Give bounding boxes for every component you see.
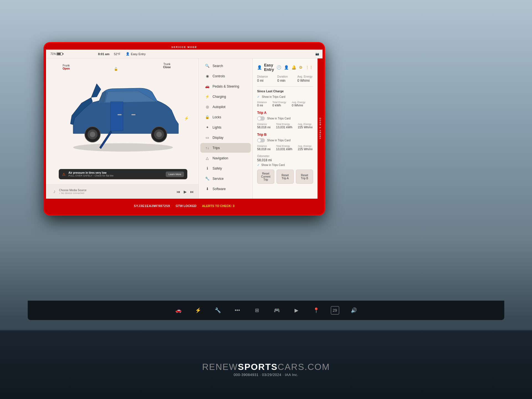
slc-distance: Distance 0 mi: [257, 101, 267, 107]
sidebar-item-controls[interactable]: ◉ Controls: [200, 71, 251, 81]
taskbar-service-icon[interactable]: 🔧: [213, 305, 223, 315]
slc-stats: Distance 0 mi Total Energy 0 kWh Avg. En…: [257, 101, 313, 107]
panel-title: 👤 Easy Entry: [257, 63, 277, 72]
prev-track-button[interactable]: ⏮: [177, 190, 180, 194]
sidebar-item-lights[interactable]: ✦ Lights: [200, 122, 251, 132]
svg-point-3: [90, 132, 95, 137]
trips-icon: ↑↓: [205, 146, 210, 150]
trip-a-section: Trip A Show in Trips Card Distance 58,01…: [257, 111, 313, 129]
gtw-locked-label: GTW LOCKED: [176, 204, 196, 208]
trunk-label: Trunk Close: [163, 63, 171, 69]
current-stats-row: Distance 0 mi Duration 0 min Avg. Energy…: [257, 75, 313, 83]
trip-b-section: Trip B Show in Trips Card Distance 58,01…: [257, 133, 313, 151]
charging-icon: ⚡: [205, 94, 210, 99]
frunk-label: Frunk Open: [63, 64, 70, 70]
car-area: Frunk Open Trunk Close 🔓: [46, 58, 198, 184]
nav-menu-panel: 🔍 Search ◉ Controls 🚗 Pedals & Steering …: [198, 58, 252, 199]
svg-point-0: [73, 143, 173, 152]
sidebar-item-navigation[interactable]: △ Navigation: [200, 153, 251, 163]
alerts-label: ALERTS TO CHECK: 3: [202, 204, 234, 208]
sidebar-item-safety[interactable]: ℹ Safety: [200, 163, 251, 173]
person-header-icon[interactable]: 👤: [284, 65, 289, 70]
toggle-trip-a[interactable]: [257, 116, 265, 121]
lights-icon: ✦: [205, 125, 210, 129]
clock-icon[interactable]: 🕐: [277, 65, 281, 70]
checkmark-slc: ✓: [257, 95, 260, 99]
show-in-trips-toggle-a[interactable]: Show in Trips Card: [257, 116, 313, 121]
person-icon: 👤: [257, 65, 262, 70]
show-in-trips-toggle-slc[interactable]: ✓ Show in Trips Card: [257, 95, 313, 99]
taskbar-car-icon[interactable]: 🚗: [173, 305, 183, 315]
navigation-icon: △: [205, 156, 210, 160]
sidebar-item-software[interactable]: ⬇ Software: [200, 184, 251, 194]
taskbar-games-icon[interactable]: 🎮: [272, 305, 282, 315]
vin-number: 5YJ3E1EA2MF987259: [134, 204, 170, 208]
svg-rect-8: [117, 114, 122, 115]
learn-more-button[interactable]: Learn More: [166, 172, 184, 177]
media-controls[interactable]: ⏮ ▶ ⏭: [177, 190, 194, 194]
odometer-checkmark: ✓: [257, 163, 260, 167]
software-icon: ⬇: [205, 187, 210, 191]
safety-icon: ℹ: [205, 166, 210, 170]
taskbar-charging-icon[interactable]: ⚡: [193, 305, 203, 315]
show-in-trips-toggle-b[interactable]: Show in Trips Card: [257, 138, 313, 142]
trip-b-stats: Distance 58,018 mi Total Energy 13,031 k…: [257, 145, 313, 151]
play-pause-button[interactable]: ▶: [184, 190, 187, 194]
header-action-icons: 🕐 👤 🔔 ⚙ ⋮⋮: [277, 65, 313, 70]
easy-entry-status: 👤 Easy Entry: [126, 52, 145, 56]
sidebar-item-autopilot[interactable]: ◎ Autopilot: [200, 102, 251, 112]
warning-banner: ⚠ Air pressure in tires very low PULL OV…: [59, 169, 187, 179]
sidebar-item-service[interactable]: 🔧 Service: [200, 174, 251, 183]
tablet-screen: SERVICE MODE 71% 8:01 am 52°F 👤 Easy Ent…: [44, 43, 324, 215]
battery-indicator: 71%: [50, 52, 63, 55]
trip-b-distance: Distance 58,018 mi: [257, 145, 270, 151]
warning-text: Air pressure in tires very low PULL OVER…: [68, 171, 163, 177]
panel-header: 👤 Easy Entry 🕐 👤 🔔 ⚙ ⋮⋮: [257, 63, 313, 72]
bell-icon[interactable]: 🔔: [291, 65, 296, 70]
reset-buttons-row[interactable]: ResetCurrent Trip ResetTrip A ResetTrip …: [257, 170, 313, 184]
search-icon: 🔍: [205, 64, 210, 68]
lock-status-icon: 🔓: [114, 66, 118, 71]
warning-icon: ⚠: [62, 172, 66, 177]
taskbar-grid-icon[interactable]: ⊞: [252, 305, 262, 315]
duration-stat: Duration 0 min: [277, 75, 293, 83]
taskbar-calendar-icon[interactable]: 29: [331, 306, 339, 314]
avg-energy-stat: Avg. Energy 0 Wh/mi: [297, 75, 313, 83]
watermark: RENEWSPORTSCARS.COM 000-39084931 · 03/29…: [202, 362, 330, 377]
reset-trip-a-button[interactable]: ResetTrip A: [277, 170, 294, 184]
trip-b-avg-energy: Avg. Energy 225 Wh/mi: [298, 145, 313, 151]
car-visualization-panel: Frunk Open Trunk Close 🔓: [46, 58, 198, 199]
taskbar-volume-icon[interactable]: 🔊: [349, 305, 359, 315]
taskbar-more-icon[interactable]: •••: [232, 305, 242, 315]
trip-b-total-energy: Total Energy 13,031 kWh: [276, 145, 292, 151]
taskbar-maps-icon[interactable]: 📍: [311, 305, 321, 315]
trip-a-distance: Distance 58,018 mi: [257, 123, 270, 129]
sidebar-item-search[interactable]: 🔍 Search: [200, 61, 251, 71]
reset-current-trip-button[interactable]: ResetCurrent Trip: [257, 170, 274, 184]
lock-icon: 🔒: [205, 115, 210, 119]
sidebar-item-locks[interactable]: 🔒 Locks: [200, 112, 251, 122]
sidebar-item-charging[interactable]: ⚡ Charging: [200, 92, 251, 101]
sidebar-item-pedals[interactable]: 🚗 Pedals & Steering: [200, 81, 251, 91]
trip-a-total-energy: Total Energy 13,031 kWh: [276, 123, 292, 129]
svg-point-6: [156, 132, 162, 137]
taskbar-media-icon[interactable]: ▶: [291, 305, 301, 315]
slc-total-energy: Total Energy 0 kWh: [272, 101, 286, 107]
status-bar: 71% 8:01 am 52°F 👤 Easy Entry 📷: [46, 50, 323, 58]
media-bar: ♪ Choose Media Source ♪ No device connec…: [46, 184, 198, 199]
odometer-section: Odometer 58,018 mi ✓ Show in Trips Card: [257, 155, 313, 167]
sidebar-item-display[interactable]: ▭ Display: [200, 133, 251, 142]
service-icon: 🔧: [205, 177, 210, 181]
reset-trip-b-button[interactable]: ResetTrip B: [296, 170, 313, 184]
settings-icon[interactable]: ⚙: [299, 65, 303, 70]
more-icon[interactable]: ⋮⋮: [305, 65, 313, 70]
bottom-status-bar: 5YJ3E1EA2MF987259 GTW LOCKED ALERTS TO C…: [46, 199, 323, 213]
service-mode-right-label: DOOR & FRUNK: [318, 58, 323, 199]
trip-a-avg-energy: Avg. Energy 225 Wh/mi: [298, 123, 313, 129]
car-image: ⚡: [53, 61, 193, 167]
next-track-button[interactable]: ⏭: [190, 190, 194, 194]
camera-icon: 📷: [315, 52, 319, 56]
toggle-trip-b[interactable]: [257, 138, 265, 142]
controls-icon: ◉: [205, 74, 210, 78]
sidebar-item-trips[interactable]: ↑↓ Trips: [200, 143, 251, 153]
